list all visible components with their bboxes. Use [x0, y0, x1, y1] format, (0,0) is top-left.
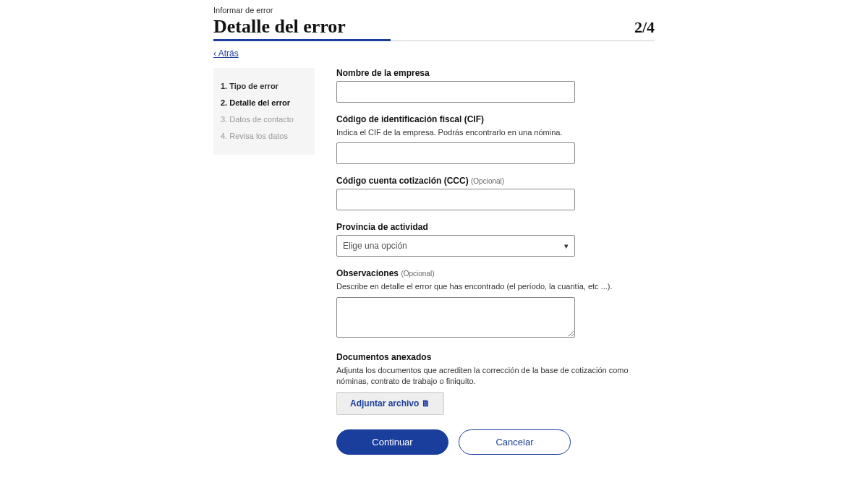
chevron-down-icon: ▾ [564, 241, 569, 251]
ccc-label: Código cuenta cotización (CCC) (Opcional… [336, 176, 655, 186]
province-placeholder: Elige una opción [343, 241, 407, 251]
province-select[interactable]: Elige una opción ▾ [336, 235, 575, 257]
observations-label: Observaciones (Opcional) [336, 268, 655, 278]
page-title: Detalle del error [213, 16, 346, 40]
step-indicator: 2/4 [634, 18, 655, 37]
company-name-input[interactable] [336, 81, 575, 103]
documents-label: Documentos anexados [336, 352, 655, 362]
company-name-label: Nombre de la empresa [336, 68, 655, 78]
observations-textarea[interactable] [336, 297, 575, 338]
breadcrumb: Informar de error [213, 6, 655, 14]
sidebar-step-4: 4. Revisa los datos [221, 128, 307, 145]
sidebar-step-2: 2. Detalle del error [221, 95, 307, 111]
documents-helper: Adjunta los documentos que acrediten la … [336, 365, 655, 388]
observations-helper: Describe en detalle el error que has enc… [336, 281, 655, 292]
sidebar-step-1: 1. Tipo de error [221, 78, 307, 95]
step-sidebar: 1. Tipo de error 2. Detalle del error 3.… [213, 68, 315, 155]
attach-file-button[interactable]: Adjuntar archivo 🗎 [336, 392, 444, 415]
cancel-button[interactable]: Cancelar [459, 429, 571, 455]
cif-label: Código de identificación fiscal (CIF) [336, 114, 655, 124]
continue-button[interactable]: Continuar [336, 429, 448, 455]
sidebar-step-3: 3. Datos de contacto [221, 111, 307, 128]
cif-helper: Indica el CIF de la empresa. Podrás enco… [336, 127, 655, 138]
ccc-input[interactable] [336, 189, 575, 210]
cif-input[interactable] [336, 142, 575, 164]
back-link[interactable]: Atrás [213, 48, 239, 59]
province-label: Provincia de actividad [336, 222, 655, 232]
